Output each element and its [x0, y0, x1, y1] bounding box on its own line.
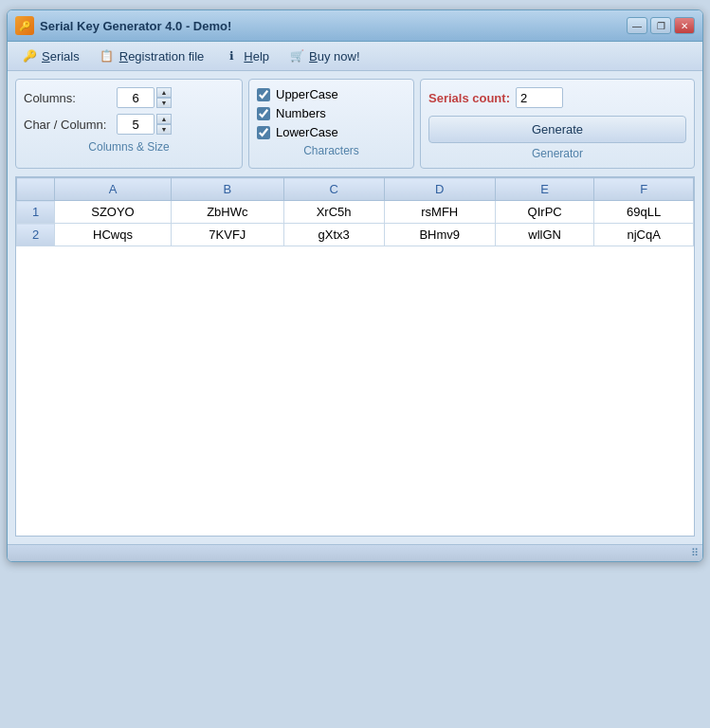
char-column-down-button[interactable]: ▼ — [156, 124, 172, 135]
title-bar-left: 🔑 Serial Key Generator 4.0 - Demo! — [15, 16, 231, 35]
cell-e: QIrPC — [495, 201, 594, 224]
serials-table: A B C D E F 1 SZOYO ZbHWc XrC5h rsMFH QI… — [16, 177, 694, 246]
columns-input[interactable]: 6 — [117, 87, 155, 108]
close-button[interactable]: ✕ — [674, 17, 695, 34]
uppercase-label: UpperCase — [276, 87, 338, 101]
menu-bar: 🔑 Serials 📋 Registration file ℹ Help 🛒 B… — [8, 42, 702, 71]
cell-b: 7KVFJ — [171, 224, 283, 246]
characters-panel: UpperCase Numbers LowerCase Characters — [248, 79, 414, 169]
columns-panel-title: Columns & Size — [24, 140, 234, 154]
help-icon: ℹ — [223, 47, 240, 64]
numbers-checkbox[interactable] — [257, 107, 270, 120]
columns-spinner: 6 ▲ ▼ — [117, 87, 172, 108]
columns-down-button[interactable]: ▼ — [156, 98, 172, 108]
registration-icon: 📋 — [99, 47, 116, 64]
columns-label: Columns: — [24, 91, 109, 105]
generator-panel-title: Generator — [428, 147, 686, 160]
statusbar-icon: ⠿ — [691, 547, 699, 558]
menu-registration-label: Registration file — [119, 49, 205, 64]
table-header-f: F — [594, 178, 694, 201]
numbers-row: Numbers — [257, 106, 406, 120]
status-bar: ⠿ — [8, 544, 702, 561]
table-header-row: A B C D E F — [17, 178, 694, 201]
cell-d: BHmv9 — [384, 224, 495, 246]
serials-icon: 🔑 — [21, 47, 38, 64]
table-header-empty — [17, 178, 55, 201]
main-content: Columns: 6 ▲ ▼ Char / Column: 5 ▲ — [8, 71, 702, 544]
menu-serials-label: Serials — [42, 49, 80, 64]
table-header-e: E — [495, 178, 594, 201]
menu-buy-label: Buy now! — [309, 49, 359, 64]
columns-up-button[interactable]: ▲ — [156, 87, 172, 98]
cell-f: 69qLL — [594, 201, 694, 224]
lowercase-checkbox[interactable] — [257, 126, 270, 139]
app-icon: 🔑 — [15, 16, 34, 35]
table-header-b: B — [171, 178, 283, 201]
menu-help[interactable]: ℹ Help — [215, 45, 277, 67]
generate-button[interactable]: Generate — [428, 116, 686, 143]
uppercase-checkbox[interactable] — [257, 88, 270, 101]
char-column-up-button[interactable]: ▲ — [156, 114, 172, 124]
lowercase-row: LowerCase — [257, 125, 406, 139]
menu-serials[interactable]: 🔑 Serials — [13, 45, 87, 67]
cell-c: XrC5h — [283, 201, 384, 224]
window-title: Serial Key Generator 4.0 - Demo! — [40, 19, 231, 33]
serials-count-row: Serials count: 2 — [428, 87, 686, 108]
restore-button[interactable]: ❐ — [650, 17, 671, 34]
columns-row: Columns: 6 ▲ ▼ — [24, 87, 234, 108]
cell-c: gXtx3 — [283, 224, 384, 246]
columns-panel: Columns: 6 ▲ ▼ Char / Column: 5 ▲ — [15, 79, 243, 169]
numbers-label: Numbers — [276, 106, 326, 120]
characters-panel-title: Characters — [257, 144, 406, 157]
top-panels: Columns: 6 ▲ ▼ Char / Column: 5 ▲ — [15, 79, 695, 169]
uppercase-row: UpperCase — [257, 87, 406, 101]
table-row: 2 HCwqs 7KVFJ gXtx3 BHmv9 wllGN njCqA — [17, 224, 694, 246]
table-header-c: C — [283, 178, 384, 201]
char-column-label: Char / Column: — [24, 118, 109, 132]
cell-e: wllGN — [495, 224, 594, 246]
serials-count-input[interactable]: 2 — [516, 87, 563, 108]
cell-a: HCwqs — [55, 224, 172, 246]
table-header-d: D — [384, 178, 495, 201]
generator-panel: Serials count: 2 Generate Generator — [420, 79, 695, 169]
char-column-row: Char / Column: 5 ▲ ▼ — [24, 114, 234, 135]
char-column-input[interactable]: 5 — [117, 114, 155, 135]
menu-registration[interactable]: 📋 Registration file — [91, 45, 212, 67]
menu-buy[interactable]: 🛒 Buy now! — [281, 45, 367, 67]
row-number: 2 — [17, 224, 55, 246]
columns-spinner-buttons: ▲ ▼ — [156, 87, 172, 108]
buy-icon: 🛒 — [288, 47, 305, 64]
cell-b: ZbHWc — [171, 201, 283, 224]
char-column-spinner-buttons: ▲ ▼ — [156, 114, 172, 135]
table-wrapper: A B C D E F 1 SZOYO ZbHWc XrC5h rsMFH QI… — [15, 176, 695, 537]
table-row: 1 SZOYO ZbHWc XrC5h rsMFH QIrPC 69qLL — [17, 201, 694, 224]
serials-count-label: Serials count: — [428, 91, 510, 105]
cell-d: rsMFH — [384, 201, 495, 224]
cell-a: SZOYO — [55, 201, 172, 224]
table-header-a: A — [55, 178, 172, 201]
char-column-spinner: 5 ▲ ▼ — [117, 114, 172, 135]
title-bar: 🔑 Serial Key Generator 4.0 - Demo! — ❐ ✕ — [8, 10, 702, 42]
window-controls: — ❐ ✕ — [627, 17, 695, 34]
menu-help-label: Help — [244, 49, 269, 64]
main-window: 🔑 Serial Key Generator 4.0 - Demo! — ❐ ✕… — [7, 9, 703, 562]
row-number: 1 — [17, 201, 55, 224]
minimize-button[interactable]: — — [627, 17, 647, 34]
cell-f: njCqA — [594, 224, 694, 246]
lowercase-label: LowerCase — [276, 125, 338, 139]
